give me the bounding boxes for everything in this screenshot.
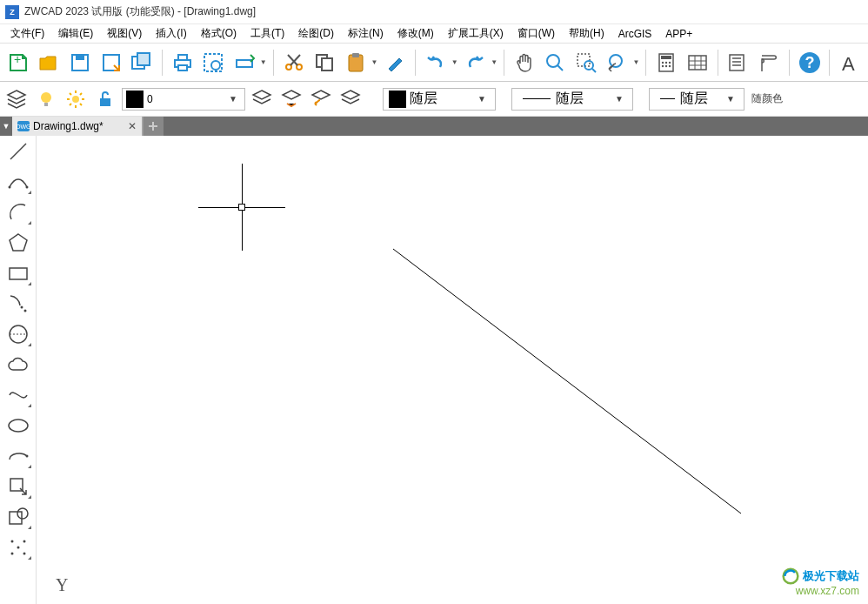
linetype-selector[interactable]: 随层 ▼ <box>511 88 633 111</box>
insert-block-tool[interactable] <box>3 473 33 500</box>
pan-button[interactable] <box>510 48 539 77</box>
new-tab-button[interactable] <box>143 117 164 136</box>
new-button[interactable]: + <box>3 48 33 77</box>
redo-button[interactable] <box>461 48 491 77</box>
layer-tool-3[interactable] <box>308 86 334 112</box>
zoom-button[interactable] <box>541 48 571 77</box>
xline-icon <box>6 170 30 194</box>
workspace: Y 极光下载站 www.xz7.com <box>0 136 868 604</box>
zoom-previous-button[interactable] <box>603 48 632 77</box>
menu-draw[interactable]: 绘图(D) <box>291 24 341 43</box>
text-button[interactable]: A <box>835 48 865 77</box>
layer-selector[interactable]: 0 ▼ <box>122 88 245 111</box>
layer-properties-button[interactable] <box>3 86 30 112</box>
layer-freeze-button[interactable] <box>63 86 89 112</box>
dropdown-arrow-icon[interactable]: ▼ <box>259 58 268 66</box>
menu-tools[interactable]: 工具(T) <box>244 24 291 43</box>
circle-tool[interactable] <box>3 320 33 348</box>
print-preview-button[interactable] <box>199 48 229 77</box>
rectangle-tool[interactable] <box>3 259 33 287</box>
line-tool[interactable] <box>3 138 33 165</box>
matchprop-button[interactable] <box>380 48 410 77</box>
menu-arcgis[interactable]: ArcGIS <box>611 26 659 42</box>
layer-match-icon <box>280 88 303 111</box>
tab-menu-button[interactable]: ▼ <box>0 117 12 136</box>
rectangle-icon <box>6 261 30 285</box>
layer-tool-2[interactable] <box>278 86 304 112</box>
separator <box>789 50 790 76</box>
layer-stack-icon <box>250 88 273 111</box>
color-selector[interactable]: 随层 ▼ <box>383 88 496 111</box>
menu-appplus[interactable]: APP+ <box>658 26 699 42</box>
separator <box>415 50 416 76</box>
undo-button[interactable] <box>421 48 451 77</box>
sheet-icon <box>758 51 780 74</box>
saveas-button[interactable] <box>97 48 126 77</box>
menu-edit[interactable]: 编辑(E) <box>51 24 100 43</box>
drawing-canvas[interactable]: Y 极光下载站 www.xz7.com <box>37 136 868 604</box>
layer-tool-4[interactable] <box>337 86 364 112</box>
watermark-url: www.xz7.com <box>782 585 859 597</box>
linetype-sample <box>523 98 551 99</box>
svg-point-37 <box>72 96 79 103</box>
menu-view[interactable]: 视图(V) <box>100 24 149 43</box>
dropdown-arrow-icon[interactable]: ▼ <box>631 58 640 66</box>
menu-express[interactable]: 扩展工具(X) <box>441 24 511 43</box>
arc-tool[interactable] <box>3 198 33 226</box>
zoom-window-button[interactable] <box>571 48 601 77</box>
menu-window[interactable]: 窗口(W) <box>511 24 562 43</box>
lineweight-selector[interactable]: 随层 ▼ <box>649 88 744 111</box>
layer-manager-button[interactable] <box>724 48 753 77</box>
menu-dimension[interactable]: 标注(N) <box>341 24 391 43</box>
ellipse-tool[interactable] <box>3 412 33 440</box>
table-button[interactable] <box>683 48 712 77</box>
ellipse-arc-icon <box>6 444 30 468</box>
layer-on-button[interactable] <box>33 86 59 112</box>
calculator-button[interactable] <box>651 48 681 77</box>
scissors-icon <box>283 51 305 74</box>
svg-rect-11 <box>237 60 252 67</box>
layer-stack-icon <box>5 88 28 111</box>
layer-tool-1[interactable] <box>249 86 275 112</box>
dropdown-arrow-icon[interactable]: ▼ <box>451 58 459 66</box>
save-button[interactable] <box>65 48 95 77</box>
menu-modify[interactable]: 修改(M) <box>391 24 441 43</box>
svg-text:A: A <box>842 53 855 74</box>
separator <box>162 50 163 76</box>
menu-help[interactable]: 帮助(H) <box>562 24 611 43</box>
help-button[interactable]: ? <box>795 48 825 77</box>
publish-button[interactable] <box>230 48 259 77</box>
layer-lock-button[interactable] <box>92 86 118 112</box>
sheet-set-button[interactable] <box>754 48 784 77</box>
print-button[interactable] <box>168 48 197 77</box>
construction-line-tool[interactable] <box>3 168 33 196</box>
close-tab-button[interactable]: ✕ <box>128 120 137 132</box>
point-tool[interactable] <box>3 534 33 561</box>
region-icon <box>6 505 30 529</box>
copy-button[interactable] <box>310 48 339 77</box>
paste-button[interactable] <box>341 48 371 77</box>
ellipse-arc-tool[interactable] <box>3 442 33 470</box>
revcloud-tool[interactable] <box>3 351 33 379</box>
saveall-button[interactable] <box>127 48 157 77</box>
spline-fit-tool[interactable] <box>3 381 33 409</box>
cut-button[interactable] <box>279 48 309 77</box>
svg-point-25 <box>665 61 667 63</box>
dropdown-arrow-icon[interactable]: ▼ <box>490 58 498 66</box>
lineweight-sample <box>660 98 675 99</box>
document-tab-active[interactable]: DWG Drawing1.dwg* ✕ <box>12 117 143 136</box>
menu-insert[interactable]: 插入(I) <box>149 24 193 43</box>
menu-format[interactable]: 格式(O) <box>194 24 244 43</box>
spline-fit-icon <box>6 383 30 407</box>
circle-diameter-icon <box>6 322 30 346</box>
svg-point-53 <box>10 553 13 555</box>
polygon-tool[interactable] <box>3 229 33 257</box>
menu-file[interactable]: 文件(F) <box>3 24 51 43</box>
separator <box>718 50 718 76</box>
spline-tool[interactable] <box>3 290 33 318</box>
dropdown-arrow-icon[interactable]: ▼ <box>371 58 379 66</box>
region-tool[interactable] <box>3 503 33 531</box>
svg-point-54 <box>23 540 25 543</box>
open-button[interactable] <box>35 48 64 77</box>
separator <box>504 50 504 76</box>
